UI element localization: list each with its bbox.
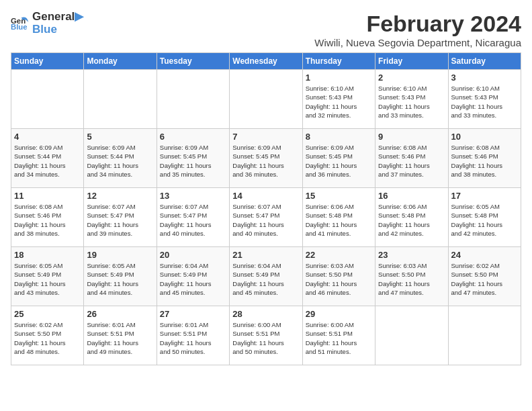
- calendar-week-5: 25Sunrise: 6:02 AM Sunset: 5:50 PM Dayli…: [11, 306, 521, 365]
- calendar-cell: 21Sunrise: 6:04 AM Sunset: 5:49 PM Dayli…: [230, 247, 302, 306]
- day-info: Sunrise: 6:03 AM Sunset: 5:50 PM Dayligh…: [378, 261, 445, 297]
- calendar-cell: 23Sunrise: 6:03 AM Sunset: 5:50 PM Dayli…: [375, 247, 448, 306]
- day-info: Sunrise: 6:05 AM Sunset: 5:48 PM Dayligh…: [451, 202, 518, 238]
- day-info: Sunrise: 6:06 AM Sunset: 5:48 PM Dayligh…: [378, 202, 445, 238]
- day-info: Sunrise: 6:09 AM Sunset: 5:44 PM Dayligh…: [14, 143, 81, 179]
- day-number: 10: [451, 132, 518, 142]
- calendar-cell: [157, 70, 229, 129]
- day-number: 14: [232, 191, 299, 201]
- calendar-cell: [448, 306, 521, 365]
- calendar-week-4: 18Sunrise: 6:05 AM Sunset: 5:49 PM Dayli…: [11, 247, 521, 306]
- day-info: Sunrise: 6:09 AM Sunset: 5:45 PM Dayligh…: [232, 143, 299, 179]
- day-info: Sunrise: 6:01 AM Sunset: 5:51 PM Dayligh…: [160, 320, 226, 356]
- day-info: Sunrise: 6:07 AM Sunset: 5:47 PM Dayligh…: [232, 202, 299, 238]
- calendar-cell: 25Sunrise: 6:02 AM Sunset: 5:50 PM Dayli…: [11, 306, 84, 365]
- day-number: 25: [14, 309, 81, 319]
- day-number: 19: [87, 250, 153, 260]
- day-info: Sunrise: 6:09 AM Sunset: 5:45 PM Dayligh…: [160, 143, 226, 179]
- day-number: 8: [306, 132, 372, 142]
- calendar-cell: 28Sunrise: 6:00 AM Sunset: 5:51 PM Dayli…: [230, 306, 302, 365]
- day-info: Sunrise: 6:02 AM Sunset: 5:50 PM Dayligh…: [14, 320, 81, 356]
- calendar-cell: 20Sunrise: 6:04 AM Sunset: 5:49 PM Dayli…: [157, 247, 229, 306]
- day-info: Sunrise: 6:06 AM Sunset: 5:48 PM Dayligh…: [306, 202, 372, 238]
- day-number: 20: [160, 250, 226, 260]
- day-info: Sunrise: 6:05 AM Sunset: 5:49 PM Dayligh…: [14, 261, 81, 297]
- calendar-cell: 8Sunrise: 6:09 AM Sunset: 5:45 PM Daylig…: [302, 129, 375, 188]
- calendar-cell: 27Sunrise: 6:01 AM Sunset: 5:51 PM Dayli…: [157, 306, 229, 365]
- day-number: 24: [451, 250, 518, 260]
- calendar-cell: [230, 70, 302, 129]
- calendar-cell: 10Sunrise: 6:08 AM Sunset: 5:46 PM Dayli…: [448, 129, 521, 188]
- day-info: Sunrise: 6:09 AM Sunset: 5:44 PM Dayligh…: [87, 143, 153, 179]
- day-number: 18: [14, 250, 81, 260]
- header-friday: Friday: [375, 53, 448, 70]
- day-info: Sunrise: 6:01 AM Sunset: 5:51 PM Dayligh…: [87, 320, 153, 356]
- calendar-cell: [84, 70, 157, 129]
- location: Wiwili, Nueva Segovia Department, Nicara…: [314, 37, 521, 48]
- logo-icon: Gen Blue: [11, 14, 30, 33]
- calendar-cell: 13Sunrise: 6:07 AM Sunset: 5:47 PM Dayli…: [157, 188, 229, 247]
- calendar-cell: 29Sunrise: 6:00 AM Sunset: 5:51 PM Dayli…: [302, 306, 375, 365]
- calendar-cell: [11, 70, 84, 129]
- day-number: 16: [378, 191, 445, 201]
- logo-line1: General▶: [32, 11, 83, 24]
- header-sunday: Sunday: [11, 53, 84, 70]
- day-info: Sunrise: 6:03 AM Sunset: 5:50 PM Dayligh…: [306, 261, 372, 297]
- day-number: 15: [306, 191, 372, 201]
- title-area: February 2024 Wiwili, Nueva Segovia Depa…: [314, 11, 521, 48]
- day-number: 7: [232, 132, 299, 142]
- day-info: Sunrise: 6:10 AM Sunset: 5:43 PM Dayligh…: [451, 84, 518, 120]
- day-info: Sunrise: 6:00 AM Sunset: 5:51 PM Dayligh…: [306, 320, 372, 356]
- header-saturday: Saturday: [448, 53, 521, 70]
- header-wednesday: Wednesday: [230, 53, 302, 70]
- day-number: 1: [306, 73, 372, 83]
- day-info: Sunrise: 6:00 AM Sunset: 5:51 PM Dayligh…: [232, 320, 299, 356]
- header-tuesday: Tuesday: [157, 53, 229, 70]
- calendar-cell: 12Sunrise: 6:07 AM Sunset: 5:47 PM Dayli…: [84, 188, 157, 247]
- calendar-cell: 2Sunrise: 6:10 AM Sunset: 5:43 PM Daylig…: [375, 70, 448, 129]
- day-info: Sunrise: 6:08 AM Sunset: 5:46 PM Dayligh…: [451, 143, 518, 179]
- calendar-cell: 16Sunrise: 6:06 AM Sunset: 5:48 PM Dayli…: [375, 188, 448, 247]
- calendar-cell: 24Sunrise: 6:02 AM Sunset: 5:50 PM Dayli…: [448, 247, 521, 306]
- calendar-cell: 15Sunrise: 6:06 AM Sunset: 5:48 PM Dayli…: [302, 188, 375, 247]
- calendar-table: SundayMondayTuesdayWednesdayThursdayFrid…: [11, 52, 521, 365]
- day-info: Sunrise: 6:08 AM Sunset: 5:46 PM Dayligh…: [14, 202, 81, 238]
- calendar-cell: 14Sunrise: 6:07 AM Sunset: 5:47 PM Dayli…: [230, 188, 302, 247]
- day-number: 6: [160, 132, 226, 142]
- day-number: 9: [378, 132, 445, 142]
- day-info: Sunrise: 6:05 AM Sunset: 5:49 PM Dayligh…: [87, 261, 153, 297]
- day-info: Sunrise: 6:02 AM Sunset: 5:50 PM Dayligh…: [451, 261, 518, 297]
- calendar-cell: 26Sunrise: 6:01 AM Sunset: 5:51 PM Dayli…: [84, 306, 157, 365]
- calendar-cell: 9Sunrise: 6:08 AM Sunset: 5:46 PM Daylig…: [375, 129, 448, 188]
- calendar-week-2: 4Sunrise: 6:09 AM Sunset: 5:44 PM Daylig…: [11, 129, 521, 188]
- day-number: 13: [160, 191, 226, 201]
- header-monday: Monday: [84, 53, 157, 70]
- day-info: Sunrise: 6:08 AM Sunset: 5:46 PM Dayligh…: [378, 143, 445, 179]
- calendar-header-row: SundayMondayTuesdayWednesdayThursdayFrid…: [11, 53, 521, 70]
- calendar-cell: 17Sunrise: 6:05 AM Sunset: 5:48 PM Dayli…: [448, 188, 521, 247]
- day-number: 2: [378, 73, 445, 83]
- day-info: Sunrise: 6:10 AM Sunset: 5:43 PM Dayligh…: [306, 84, 372, 120]
- calendar-cell: 7Sunrise: 6:09 AM Sunset: 5:45 PM Daylig…: [230, 129, 302, 188]
- day-number: 3: [451, 73, 518, 83]
- calendar-cell: 4Sunrise: 6:09 AM Sunset: 5:44 PM Daylig…: [11, 129, 84, 188]
- header: Gen Blue General▶ Blue February 2024 Wiw…: [11, 11, 521, 48]
- day-info: Sunrise: 6:07 AM Sunset: 5:47 PM Dayligh…: [160, 202, 226, 238]
- calendar-cell: 22Sunrise: 6:03 AM Sunset: 5:50 PM Dayli…: [302, 247, 375, 306]
- day-number: 23: [378, 250, 445, 260]
- day-number: 17: [451, 191, 518, 201]
- day-info: Sunrise: 6:10 AM Sunset: 5:43 PM Dayligh…: [378, 84, 445, 120]
- calendar-week-1: 1Sunrise: 6:10 AM Sunset: 5:43 PM Daylig…: [11, 70, 521, 129]
- day-number: 12: [87, 191, 153, 201]
- day-number: 29: [306, 309, 372, 319]
- month-year: February 2024: [314, 11, 521, 37]
- day-number: 22: [306, 250, 372, 260]
- calendar-cell: 5Sunrise: 6:09 AM Sunset: 5:44 PM Daylig…: [84, 129, 157, 188]
- logo: Gen Blue General▶ Blue: [11, 11, 83, 36]
- day-number: 28: [232, 309, 299, 319]
- day-number: 11: [14, 191, 81, 201]
- logo-line2: Blue: [32, 24, 83, 36]
- day-info: Sunrise: 6:04 AM Sunset: 5:49 PM Dayligh…: [160, 261, 226, 297]
- day-number: 4: [14, 132, 81, 142]
- day-info: Sunrise: 6:09 AM Sunset: 5:45 PM Dayligh…: [306, 143, 372, 179]
